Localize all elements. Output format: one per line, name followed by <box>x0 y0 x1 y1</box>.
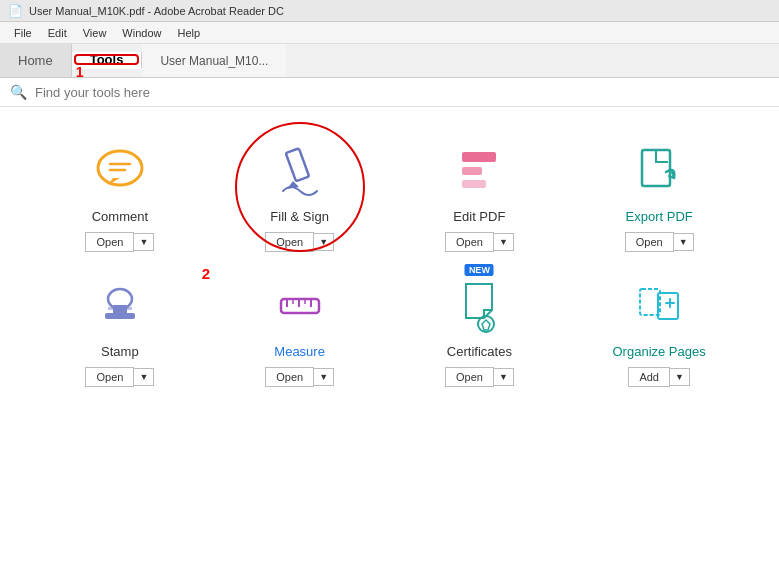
organize-add-dropdown[interactable]: ▼ <box>670 368 690 386</box>
certificates-btn-group: Open ▼ <box>445 367 514 387</box>
editpdf-open-dropdown[interactable]: ▼ <box>494 233 514 251</box>
tools-grid: Comment Open ▼ Fill & Sign Open ▼ 2 <box>0 107 779 417</box>
certificates-open-dropdown[interactable]: ▼ <box>494 368 514 386</box>
tool-comment: Comment Open ▼ <box>40 137 200 252</box>
comment-icon <box>88 137 152 201</box>
editpdf-label: Edit PDF <box>453 209 505 224</box>
exportpdf-btn-group: Open ▼ <box>625 232 694 252</box>
measure-open-button[interactable]: Open <box>265 367 314 387</box>
organize-btn-group: Add ▼ <box>628 367 690 387</box>
tool-exportpdf: Export PDF Open ▼ <box>579 137 739 252</box>
organize-icon <box>627 272 691 336</box>
stamp-icon <box>88 272 152 336</box>
measure-btn-group: Open ▼ <box>265 367 334 387</box>
measure-icon <box>268 272 332 336</box>
measure-label: Measure <box>274 344 325 359</box>
menu-help[interactable]: Help <box>169 25 208 41</box>
organize-label: Organize Pages <box>613 344 706 359</box>
search-input[interactable] <box>35 85 235 100</box>
organize-add-button[interactable]: Add <box>628 367 670 387</box>
exportpdf-open-button[interactable]: Open <box>625 232 674 252</box>
tool-measure: Measure Open ▼ <box>220 272 380 387</box>
fillsign-icon <box>268 137 332 201</box>
menu-bar: File Edit View Window Help <box>0 22 779 44</box>
app-icon: 📄 <box>8 4 23 18</box>
menu-view[interactable]: View <box>75 25 115 41</box>
comment-open-dropdown[interactable]: ▼ <box>134 233 154 251</box>
exportpdf-icon <box>627 137 691 201</box>
circle-number-label: 2 <box>202 265 210 282</box>
svg-rect-13 <box>108 307 132 310</box>
title-text: User Manual_M10K.pdf - Adobe Acrobat Rea… <box>29 5 284 17</box>
tool-fillsign: Fill & Sign Open ▼ 2 <box>220 137 380 252</box>
certificates-icon-wrap: NEW <box>447 272 511 336</box>
svg-rect-7 <box>462 167 482 175</box>
editpdf-open-button[interactable]: Open <box>445 232 494 252</box>
stamp-btn-group: Open ▼ <box>85 367 154 387</box>
svg-marker-21 <box>482 320 490 330</box>
menu-edit[interactable]: Edit <box>40 25 75 41</box>
fillsign-open-dropdown[interactable]: ▼ <box>314 233 334 251</box>
menu-window[interactable]: Window <box>114 25 169 41</box>
tab-number-label: 1 <box>76 64 84 80</box>
exportpdf-label: Export PDF <box>626 209 693 224</box>
svg-rect-6 <box>462 152 496 162</box>
certificates-open-button[interactable]: Open <box>445 367 494 387</box>
measure-open-dropdown[interactable]: ▼ <box>314 368 334 386</box>
exportpdf-open-dropdown[interactable]: ▼ <box>674 233 694 251</box>
new-badge: NEW <box>465 264 494 276</box>
tool-organize: Organize Pages Add ▼ <box>579 272 739 387</box>
search-bar: 🔍 <box>0 78 779 107</box>
comment-label: Comment <box>92 209 148 224</box>
certificates-label: Certificates <box>447 344 512 359</box>
fillsign-label: Fill & Sign <box>270 209 329 224</box>
fillsign-open-button[interactable]: Open <box>265 232 314 252</box>
certificates-icon <box>447 272 511 336</box>
menu-file[interactable]: File <box>6 25 40 41</box>
tool-certificates: NEW Certificates Open ▼ <box>400 272 560 387</box>
stamp-open-button[interactable]: Open <box>85 367 134 387</box>
stamp-label: Stamp <box>101 344 139 359</box>
comment-open-button[interactable]: Open <box>85 232 134 252</box>
tab-bar: Home Tools 1 User Manual_M10... <box>0 44 779 78</box>
stamp-open-dropdown[interactable]: ▼ <box>134 368 154 386</box>
editpdf-btn-group: Open ▼ <box>445 232 514 252</box>
tool-stamp: Stamp Open ▼ <box>40 272 200 387</box>
title-bar: 📄 User Manual_M10K.pdf - Adobe Acrobat R… <box>0 0 779 22</box>
editpdf-icon <box>447 137 511 201</box>
svg-rect-8 <box>462 180 486 188</box>
tab-home[interactable]: Home <box>0 44 72 77</box>
fillsign-btn-group: Open ▼ <box>265 232 334 252</box>
svg-point-0 <box>98 151 142 185</box>
tab-document[interactable]: User Manual_M10... <box>142 44 286 77</box>
tool-editpdf: Edit PDF Open ▼ <box>400 137 560 252</box>
comment-btn-group: Open ▼ <box>85 232 154 252</box>
search-icon: 🔍 <box>10 84 27 100</box>
svg-rect-4 <box>285 148 308 181</box>
